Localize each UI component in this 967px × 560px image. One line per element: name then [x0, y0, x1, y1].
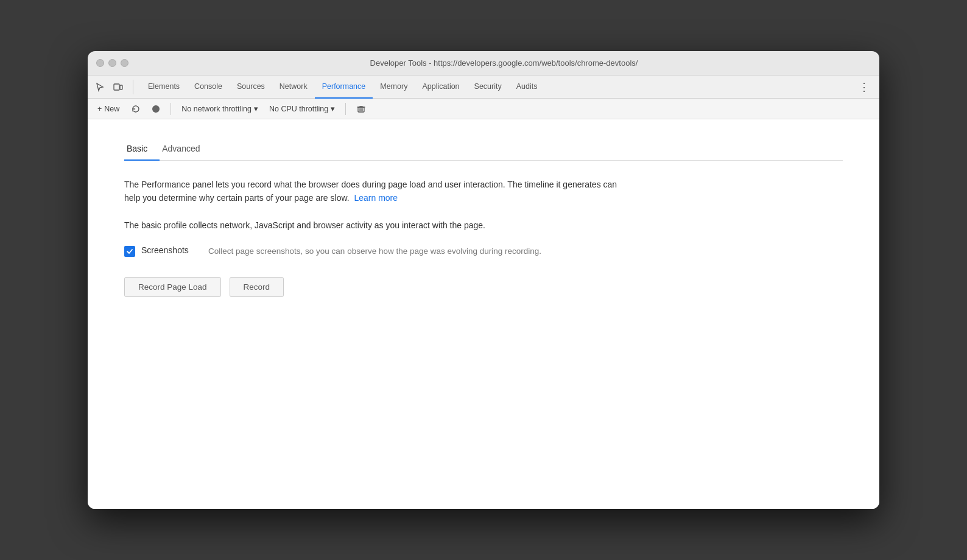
chevron-down-icon-cpu: ▾ [331, 104, 335, 113]
tab-bar: Elements Console Sources Network Perform… [88, 75, 879, 99]
tab-network[interactable]: Network [272, 75, 315, 99]
plus-icon: + [97, 105, 102, 113]
traffic-lights [96, 59, 128, 67]
svg-rect-1 [120, 85, 122, 89]
reload-button[interactable] [128, 103, 144, 115]
screenshots-description: Collect page screenshots, so you can obs… [208, 245, 541, 257]
description-1: The Performance panel lets you record wh… [124, 178, 624, 205]
tab-elements[interactable]: Elements [141, 75, 187, 99]
tab-memory[interactable]: Memory [373, 75, 415, 99]
screenshots-checkbox[interactable] [124, 246, 135, 257]
reload-icon [132, 105, 140, 113]
cpu-throttle-label: No CPU throttling [269, 105, 328, 113]
tab-security[interactable]: Security [467, 75, 509, 99]
description-2: The basic profile collects network, Java… [124, 219, 624, 232]
tab-audits[interactable]: Audits [509, 75, 545, 99]
toolbar-divider-2 [345, 103, 346, 115]
new-label: New [104, 105, 119, 113]
learn-more-link[interactable]: Learn more [354, 193, 398, 203]
trash-icon [357, 105, 365, 113]
tab-application[interactable]: Application [415, 75, 466, 99]
main-content: Basic Advanced The Performance panel let… [88, 119, 879, 509]
cursor-icon[interactable] [93, 80, 107, 94]
screenshots-row: Screenshots Collect page screenshots, so… [124, 245, 843, 257]
more-tabs-button[interactable]: ⋮ [854, 78, 874, 96]
record-button[interactable]: Record [230, 277, 284, 297]
record-page-load-button[interactable]: Record Page Load [124, 277, 221, 297]
record-toggle-button[interactable] [149, 103, 163, 114]
tab-console[interactable]: Console [187, 75, 230, 99]
svg-rect-0 [114, 84, 119, 90]
title-bar: Developer Tools - https://developers.goo… [88, 51, 879, 75]
devtools-window: Developer Tools - https://developers.goo… [88, 51, 879, 509]
tab-sources[interactable]: Sources [230, 75, 272, 99]
content-tabs: Basic Advanced [124, 138, 843, 161]
content-tab-advanced[interactable]: Advanced [160, 138, 212, 161]
tab-performance[interactable]: Performance [315, 75, 373, 99]
devtools-body: Elements Console Sources Network Perform… [88, 75, 879, 509]
chevron-down-icon: ▾ [254, 104, 258, 113]
network-throttle-select[interactable]: No network throttling ▾ [178, 102, 261, 115]
record-dot-icon [152, 105, 160, 113]
device-toggle-icon[interactable] [111, 80, 125, 94]
maximize-button[interactable] [121, 59, 128, 67]
tab-bar-icons [93, 80, 133, 94]
toolbar-divider-1 [171, 103, 171, 115]
clear-button[interactable] [353, 103, 369, 115]
content-tab-basic[interactable]: Basic [124, 138, 160, 161]
action-buttons: Record Page Load Record [124, 277, 843, 297]
minimize-button[interactable] [108, 59, 116, 67]
cpu-throttle-select[interactable]: No CPU throttling ▾ [266, 102, 338, 115]
new-button[interactable]: + New [94, 103, 123, 115]
close-button[interactable] [96, 59, 104, 67]
window-title: Developer Tools - https://developers.goo… [137, 58, 871, 68]
network-throttle-label: No network throttling [181, 105, 251, 113]
toolbar: + New No network throttling ▾ No CPU thr… [88, 99, 879, 119]
screenshots-label: Screenshots [141, 245, 202, 255]
